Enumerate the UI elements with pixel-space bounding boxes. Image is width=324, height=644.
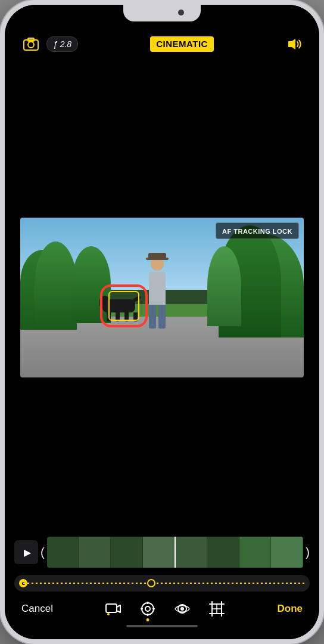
camera-icon[interactable] — [21, 35, 40, 54]
play-icon: ▶ — [24, 547, 31, 558]
tool-color-adjust[interactable] — [140, 601, 155, 617]
person-hat — [148, 253, 166, 260]
toolbar-left-controls: ƒ 2.8 — [21, 35, 78, 54]
timeline-frame-8 — [271, 537, 303, 568]
timeline-frame-6 — [207, 537, 239, 568]
toolbar-bottom: Cancel — [5, 594, 319, 621]
focus-dot-mid — [147, 579, 155, 587]
tree-right-3 — [207, 246, 241, 326]
bottom-tools — [105, 601, 225, 617]
timeline-container: ▶ ( — [5, 532, 319, 572]
timeline-frame-2 — [79, 537, 111, 568]
tracking-overlay — [97, 282, 151, 330]
aperture-label: ƒ 2.8 — [53, 39, 71, 49]
timeline-bracket-left[interactable]: ( — [40, 546, 45, 559]
timeline-frame-1 — [47, 537, 79, 568]
svg-point-13 — [180, 607, 184, 611]
person-body — [149, 272, 166, 305]
timeline-frame-4 — [143, 537, 175, 568]
timeline-frame-7 — [239, 537, 272, 568]
video-preview[interactable]: AF TRACKING LOCK — [20, 218, 304, 377]
svg-point-1 — [28, 42, 34, 48]
cinematic-badge: CINEMATIC — [150, 36, 214, 52]
svg-marker-3 — [288, 39, 295, 49]
cancel-button[interactable]: Cancel — [21, 603, 53, 615]
tracking-yellow-box — [108, 291, 139, 321]
timeline-playhead — [175, 537, 176, 568]
tool-dot-active — [147, 618, 149, 621]
aperture-badge[interactable]: ƒ 2.8 — [46, 36, 78, 52]
timeline-frame-5 — [175, 537, 207, 568]
tree-left-2 — [35, 242, 77, 329]
bottom-area: ▶ ( — [5, 532, 319, 639]
phone-screen: ƒ 2.8 CINEMATIC — [5, 5, 319, 639]
front-camera — [178, 10, 184, 16]
svg-point-6 — [142, 603, 154, 615]
cinematic-label: CINEMATIC — [156, 39, 208, 49]
tool-transform[interactable] — [209, 601, 225, 617]
timeline-strip[interactable] — [47, 537, 304, 568]
person-head — [151, 258, 164, 271]
svg-point-5 — [107, 613, 110, 615]
timeline-frame-3 — [111, 537, 143, 568]
focus-track-line — [19, 583, 305, 584]
tool-cinematic-focus[interactable] — [175, 601, 190, 617]
person-leg-right — [158, 305, 166, 329]
cinematic-focus-icon — [175, 601, 190, 617]
tool-camera-record[interactable] — [105, 601, 121, 617]
color-adjust-icon — [140, 601, 155, 617]
svg-rect-4 — [106, 604, 117, 612]
volume-button[interactable] — [286, 36, 303, 52]
transform-icon — [209, 601, 225, 617]
svg-point-7 — [145, 606, 150, 611]
home-indicator — [126, 625, 198, 627]
notch — [123, 5, 201, 21]
tracking-red-circle — [100, 284, 148, 327]
video-preview-area: AF TRACKING LOCK — [5, 63, 319, 532]
camera-record-icon — [105, 601, 121, 617]
af-tracking-text: AF TRACKING LOCK — [222, 228, 292, 235]
timeline-bracket-right[interactable]: ) — [306, 546, 310, 559]
done-button[interactable]: Done — [277, 603, 303, 615]
focus-track[interactable] — [14, 575, 310, 592]
screen: ƒ 2.8 CINEMATIC — [5, 5, 319, 639]
phone-frame: ƒ 2.8 CINEMATIC — [0, 0, 324, 644]
af-tracking-label: AF TRACKING LOCK — [216, 222, 299, 239]
play-button[interactable]: ▶ — [14, 540, 38, 564]
